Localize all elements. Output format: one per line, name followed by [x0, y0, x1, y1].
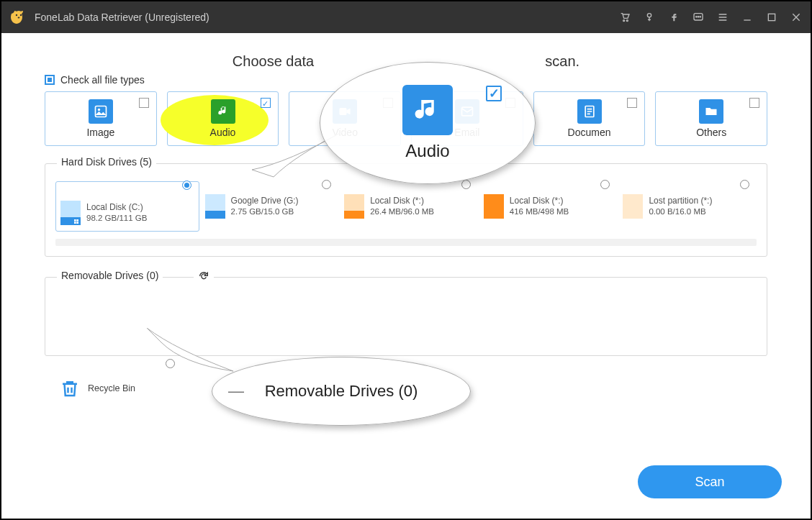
scan-button-label: Scan [695, 475, 724, 489]
image-icon [89, 99, 113, 124]
audio-callout-label: Audio [405, 141, 449, 161]
minimize-icon[interactable] [741, 12, 753, 23]
drive-icon-g [205, 194, 225, 219]
svg-point-9 [700, 17, 700, 17]
recycle-label: Recycle Bin [88, 383, 135, 393]
type-label-document: Documen [568, 127, 611, 138]
drive-card-g[interactable]: Google Drive (G:) 2.75 GB/15.0 GB [205, 181, 339, 219]
drive-radio-local1[interactable] [461, 180, 471, 189]
svg-rect-16 [74, 219, 76, 222]
app-logo-icon [10, 9, 27, 26]
drive-name: Google Drive (G:) [231, 195, 299, 206]
drive-icon-c [60, 201, 81, 225]
key-icon[interactable] [644, 12, 655, 23]
hard-disk-title: Hard Disk Drives (5) [57, 156, 156, 168]
document-icon [577, 99, 602, 124]
type-card-document[interactable]: Documen [533, 91, 646, 146]
svg-point-4 [626, 20, 628, 22]
removable-title: Removable Drives (0) [57, 270, 163, 281]
check-all-label: Check all file types [60, 74, 145, 86]
drive-radio-c[interactable] [182, 181, 191, 190]
audio-callout-checkbox [486, 86, 502, 101]
drives-scrollbar[interactable] [55, 239, 757, 246]
drive-card-local1[interactable]: Local Disk (*:) 26.4 MB/96.0 MB [344, 181, 478, 219]
svg-point-8 [698, 17, 698, 17]
drive-row: Local Disk (C:) 98.2 GB/111 GB Google Dr… [55, 181, 757, 232]
type-checkbox-others[interactable] [749, 98, 759, 108]
others-icon [699, 99, 723, 124]
menu-icon[interactable] [717, 12, 728, 23]
svg-rect-11 [95, 106, 106, 117]
drive-size: 2.75 GB/15.0 GB [231, 206, 299, 218]
drive-radio-local2[interactable] [600, 180, 610, 189]
drive-card-lost[interactable]: Lost partition (*:) 0.00 B/16.0 MB [623, 181, 757, 219]
content-area: Choose data scan. Check all file types I… [1, 33, 811, 519]
svg-rect-17 [76, 219, 78, 222]
app-title: FoneLab Data Retriever (Unregistered) [35, 12, 209, 23]
audio-callout-bubble: Audio [320, 62, 536, 184]
audio-callout-icon [402, 85, 453, 135]
drive-icon-lost [623, 194, 643, 219]
audio-icon [211, 99, 235, 124]
cart-icon[interactable] [619, 12, 631, 23]
check-all-checkbox[interactable] [45, 75, 55, 85]
app-window: FoneLab Data Retriever (Unregistered) Ch… [0, 0, 812, 520]
drive-card-c[interactable]: Local Disk (C:) 98.2 GB/111 GB [55, 181, 199, 232]
removable-callout-label: Removable Drives (0) [265, 382, 418, 401]
svg-rect-18 [74, 222, 76, 224]
svg-rect-19 [76, 222, 78, 224]
scan-button[interactable]: Scan [638, 465, 782, 498]
drive-radio-lost[interactable] [740, 180, 749, 189]
drive-size: 416 MB/498 MB [510, 206, 569, 218]
drive-size: 0.00 B/16.0 MB [649, 206, 712, 218]
type-card-image[interactable]: Image [45, 91, 157, 146]
titlebar-icons [619, 12, 802, 23]
close-icon[interactable] [790, 12, 802, 23]
drive-icon-local1 [344, 194, 364, 219]
svg-point-2 [18, 17, 20, 19]
drive-name: Local Disk (*:) [510, 195, 569, 206]
svg-rect-10 [768, 14, 775, 20]
type-checkbox-image[interactable] [139, 98, 149, 108]
type-card-others[interactable]: Others [655, 91, 767, 146]
feedback-icon[interactable] [693, 12, 704, 23]
titlebar: FoneLab Data Retriever (Unregistered) [1, 1, 811, 33]
type-label-others: Others [696, 127, 726, 138]
svg-point-5 [647, 14, 651, 17]
type-checkbox-audio[interactable] [261, 98, 271, 108]
svg-point-7 [696, 17, 697, 17]
svg-point-12 [98, 109, 100, 111]
svg-point-0 [16, 14, 17, 16]
refresh-icon[interactable] [194, 270, 214, 282]
type-checkbox-document[interactable] [627, 98, 637, 108]
drive-name: Lost partition (*:) [649, 195, 712, 206]
svg-point-3 [623, 20, 625, 22]
maximize-icon[interactable] [766, 12, 777, 23]
heading-right: scan. [545, 53, 579, 69]
facebook-icon[interactable] [668, 12, 680, 23]
svg-point-1 [20, 14, 22, 16]
drive-size: 26.4 MB/96.0 MB [370, 206, 434, 218]
type-label-audio: Audio [210, 127, 236, 138]
type-label-image: Image [86, 127, 114, 138]
drive-size: 98.2 GB/111 GB [86, 213, 147, 224]
recycle-bin-icon [59, 376, 81, 401]
drive-name: Local Disk (*:) [370, 195, 434, 206]
removable-callout-bubble: — Removable Drives (0) [212, 357, 471, 426]
drive-icon-local2 [484, 194, 504, 219]
drive-name: Local Disk (C:) [86, 201, 147, 213]
heading-left: Choose data [233, 53, 314, 69]
drive-card-local2[interactable]: Local Disk (*:) 416 MB/498 MB [484, 181, 618, 219]
